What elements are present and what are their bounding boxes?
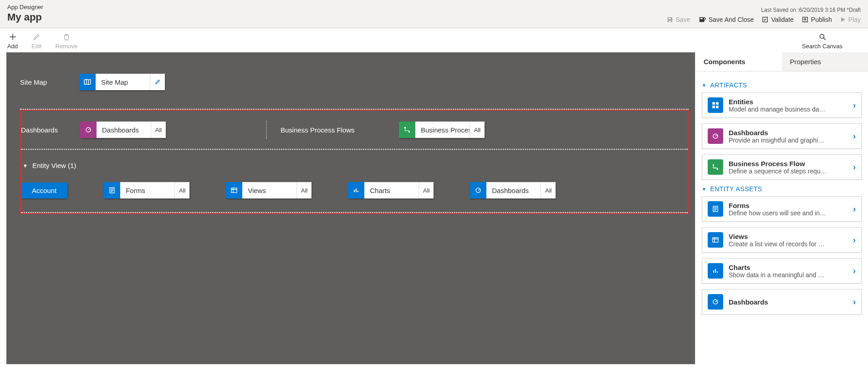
views-tile[interactable]: Views All xyxy=(226,182,311,198)
entity-view-header[interactable]: ▼ Entity View (1) xyxy=(21,150,688,178)
pencil-icon xyxy=(32,33,41,41)
dashboard-icon xyxy=(470,182,486,198)
sitemap-tile-label: Site Map xyxy=(96,74,150,90)
map-icon xyxy=(79,74,96,90)
dashboards-tile-label: Dashboards xyxy=(97,122,151,138)
flow-icon xyxy=(399,122,415,138)
right-panel: Components Properties ▼ ARTIFACTS Entiti… xyxy=(695,52,868,364)
save-close-label: Save And Close xyxy=(709,16,754,23)
card-dashboards-title: Dashboards xyxy=(729,129,848,137)
edit-button[interactable]: Edit xyxy=(31,33,41,50)
card-dashboards-asset[interactable]: Dashboards › xyxy=(702,289,862,315)
card-charts[interactable]: Charts Show data in a meaningful and … › xyxy=(702,258,862,284)
tab-components[interactable]: Components xyxy=(695,52,782,71)
dashboards-all-button[interactable]: All xyxy=(151,122,166,138)
validate-button[interactable]: Validate xyxy=(762,16,794,23)
views-icon xyxy=(226,182,242,198)
charts-icon xyxy=(708,263,723,279)
edit-label: Edit xyxy=(31,43,41,50)
entity-assets-section-header[interactable]: ▼ ENTITY ASSETS xyxy=(702,185,862,193)
add-label: Add xyxy=(7,43,18,50)
entity-account-button[interactable]: Account xyxy=(21,183,67,198)
publish-icon xyxy=(802,16,808,23)
card-charts-title: Charts xyxy=(729,264,848,271)
forms-icon xyxy=(104,182,120,198)
dashboard-icon xyxy=(708,128,723,144)
sitemap-tile[interactable]: Site Map xyxy=(79,74,165,90)
sitemap-edit-button[interactable] xyxy=(150,74,165,90)
artifacts-section-header[interactable]: ▼ ARTIFACTS xyxy=(702,81,862,89)
save-button[interactable]: Save xyxy=(667,16,690,23)
svg-rect-11 xyxy=(712,106,715,108)
vertical-divider xyxy=(266,121,267,139)
forms-icon xyxy=(708,201,723,217)
play-icon xyxy=(840,17,846,22)
card-entities[interactable]: Entities Model and manage business da… › xyxy=(702,92,862,118)
forms-all-button[interactable]: All xyxy=(175,182,189,198)
card-bpf-title: Business Process Flow xyxy=(729,160,848,168)
save-and-close-button[interactable]: Save And Close xyxy=(699,16,754,23)
save-close-icon xyxy=(699,16,706,23)
sitemap-row: Site Map Site Map xyxy=(20,66,689,98)
flow-icon xyxy=(708,159,723,175)
header-actions: Save Save And Close Validate Publish xyxy=(667,16,861,23)
card-views[interactable]: Views Create a list view of records for … xyxy=(702,227,862,253)
svg-rect-12 xyxy=(716,106,719,108)
svg-point-2 xyxy=(820,34,824,38)
card-entities-desc: Model and manage business da… xyxy=(729,106,848,113)
chevron-right-icon: › xyxy=(853,266,856,276)
trash-icon xyxy=(62,33,71,41)
svg-rect-7 xyxy=(231,188,237,193)
play-button[interactable]: Play xyxy=(840,16,861,23)
chevron-right-icon: › xyxy=(853,101,856,110)
svg-rect-4 xyxy=(404,127,406,128)
views-all-button[interactable]: All xyxy=(297,182,311,198)
card-views-desc: Create a list view of records for … xyxy=(729,240,848,248)
dashboards-label: Dashboards xyxy=(21,126,80,134)
svg-rect-9 xyxy=(712,102,715,105)
charts-tile-label: Charts xyxy=(364,182,419,198)
entity-dashboards-tile[interactable]: Dashboards All xyxy=(470,182,556,198)
canvas[interactable]: Site Map Site Map Dashboards xyxy=(6,52,695,364)
play-label: Play xyxy=(848,16,861,23)
entities-icon xyxy=(708,97,723,113)
app-title: My app xyxy=(7,11,43,23)
publish-button[interactable]: Publish xyxy=(802,16,832,23)
add-button[interactable]: Add xyxy=(7,33,18,50)
dashboards-tile[interactable]: Dashboards All xyxy=(80,122,166,138)
panel-body: ▼ ARTIFACTS Entities Model and manage bu… xyxy=(695,71,868,325)
tab-properties[interactable]: Properties xyxy=(782,52,868,71)
svg-rect-10 xyxy=(716,102,719,105)
remove-button[interactable]: Remove xyxy=(56,33,77,50)
bpf-all-button[interactable]: All xyxy=(470,122,485,138)
card-views-title: Views xyxy=(729,233,848,240)
card-forms-desc: Define how users will see and in… xyxy=(729,209,848,217)
forms-tile[interactable]: Forms All xyxy=(104,182,189,198)
search-canvas-button[interactable]: Search Canvas xyxy=(802,33,842,50)
entity-dashboards-all-button[interactable]: All xyxy=(541,182,556,198)
highlighted-area: Dashboards Dashboards All Business Proce… xyxy=(20,110,689,214)
charts-tile[interactable]: Charts All xyxy=(348,182,434,198)
header-left: App Designer My app xyxy=(7,4,43,23)
views-icon xyxy=(708,232,723,248)
card-dashboards[interactable]: Dashboards Provide an insightful and gra… xyxy=(702,123,862,149)
entity-dashboards-tile-label: Dashboards xyxy=(486,182,541,198)
chevron-right-icon: › xyxy=(853,235,856,245)
charts-all-button[interactable]: All xyxy=(419,182,434,198)
card-forms[interactable]: Forms Define how users will see and in… … xyxy=(702,196,862,222)
card-bpf[interactable]: Business Process Flow Define a sequence … xyxy=(702,154,862,180)
toolbar: Add Edit Remove Search Canvas xyxy=(0,28,868,52)
designer-label: App Designer xyxy=(7,4,43,10)
sitemap-label: Site Map xyxy=(20,78,79,86)
main-area: ▴ Site Map Site Map xyxy=(0,52,868,364)
search-icon xyxy=(818,33,827,41)
canvas-scroll[interactable]: ▴ Site Map Site Map xyxy=(0,52,695,364)
artifacts-header-label: ARTIFACTS xyxy=(710,81,747,89)
forms-tile-label: Forms xyxy=(120,182,175,198)
toolbar-left: Add Edit Remove xyxy=(7,33,77,50)
svg-rect-17 xyxy=(713,238,718,242)
bpf-tile[interactable]: Business Proces… All xyxy=(399,122,485,138)
entity-assets-header-label: ENTITY ASSETS xyxy=(710,185,762,193)
plus-icon xyxy=(9,33,17,41)
caret-down-icon: ▼ xyxy=(702,187,706,192)
